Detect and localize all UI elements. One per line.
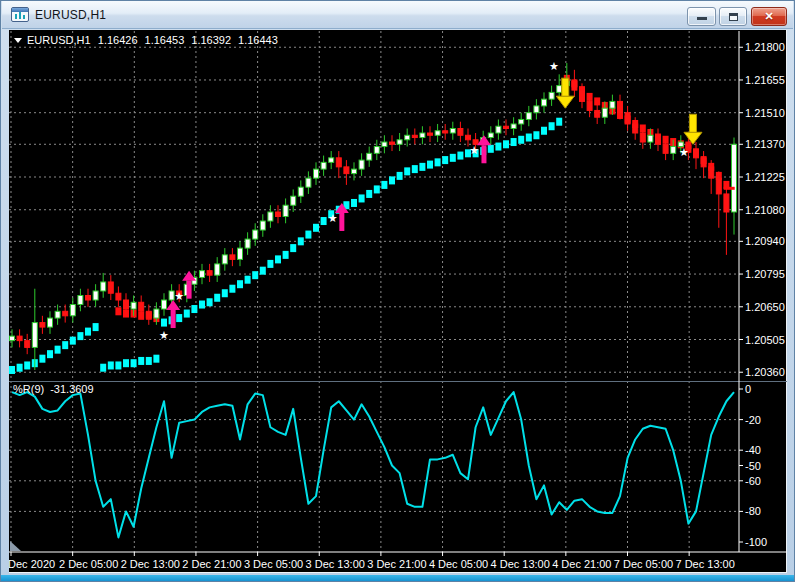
trend-dot (298, 237, 304, 245)
trend-dot (207, 298, 213, 306)
candle-bull (549, 92, 554, 99)
buy-arrow-icon (171, 310, 176, 328)
candle-bull (526, 113, 531, 120)
signal-star-icon: ★ (174, 290, 184, 302)
trend-dot (161, 319, 167, 327)
candle-bull (435, 131, 440, 136)
trend-dot (397, 172, 403, 180)
candle-bull (488, 133, 493, 138)
candle-bear (108, 282, 113, 293)
wpr-indicator-label: %R(9)-31.3609 (13, 383, 94, 395)
price-axis-label: 1.21655 (745, 74, 785, 86)
trend-dot (100, 364, 106, 372)
chart-canvas[interactable]: ★★★★★★ 1.218001.216551.215101.213701.212… (9, 30, 787, 573)
candle-bull (222, 255, 227, 264)
candle-bear (139, 302, 144, 311)
candle-bull (93, 291, 98, 300)
candle-bull (48, 318, 53, 327)
candle-bull (321, 162, 326, 169)
candle-bear (25, 341, 30, 348)
ohlc-symbol: EURUSD,H1 (27, 34, 90, 46)
trend-dot (313, 224, 319, 232)
trend-dot (518, 136, 524, 144)
trend-dot (457, 152, 463, 160)
trend-dot (412, 165, 418, 173)
price-axis-label: 1.20360 (745, 366, 785, 378)
candle-bear (466, 135, 471, 140)
signal-star-icon: ★ (159, 329, 169, 341)
trend-dot (214, 294, 220, 302)
candle-bull (648, 135, 653, 142)
trend-dot (427, 161, 433, 169)
time-axis-label: 3 Dec 21:00 (367, 558, 426, 570)
candle-bull (671, 147, 676, 154)
candle-bull (245, 239, 250, 248)
minimize-button[interactable] (687, 7, 716, 26)
candle-bear (40, 323, 45, 328)
ohlc-label: EURUSD,H11.164261.164531.163921.16443 (27, 34, 278, 46)
candle-bull (405, 135, 410, 140)
price-axis-label: 1.20650 (745, 301, 785, 313)
close-button[interactable]: ✕ (751, 7, 787, 26)
trend-dot (450, 154, 456, 162)
chart-window-icon (11, 7, 29, 22)
candle-bear (146, 311, 151, 318)
chart-window-icon-bar (23, 15, 25, 19)
wpr-name: %R(9) (13, 383, 44, 395)
candle-bear (17, 336, 22, 341)
candle-bull (382, 142, 387, 147)
trend-dot (24, 361, 30, 369)
restore-button[interactable] (719, 7, 747, 26)
trend-dot (275, 255, 281, 263)
wpr-axis-label: -20 (745, 414, 761, 426)
candle-bear (443, 131, 448, 133)
trend-dot (541, 127, 547, 135)
trend-dot (381, 181, 387, 189)
candle-bear (458, 128, 463, 135)
signal-star-icon: ★ (549, 60, 559, 72)
candle-bear (412, 135, 417, 137)
trend-dot (93, 323, 99, 331)
ohlc-open: 1.16426 (98, 34, 138, 46)
buy-arrow-icon (187, 281, 192, 299)
trend-dot (70, 337, 76, 345)
time-axis-label: 4 Dec 13:00 (491, 558, 550, 570)
trend-dot (191, 305, 197, 313)
wpr-axis-label: -80 (745, 505, 761, 517)
candle-bear (587, 101, 592, 110)
candle-bear (124, 300, 129, 309)
candle-bull (352, 169, 357, 174)
trend-dot (131, 359, 137, 367)
wpr-axis-label: -60 (745, 475, 761, 487)
trend-dot (526, 134, 532, 142)
window-title: EURUSD,H1 (35, 8, 106, 22)
trend-dot (305, 231, 311, 239)
candle-bull (306, 178, 311, 187)
candle-bull (154, 309, 159, 318)
trend-dot (184, 310, 190, 318)
candle-bear (504, 126, 509, 128)
wpr-line (12, 392, 734, 537)
trend-dot (290, 244, 296, 252)
candle-bear (716, 178, 721, 194)
window-titlebar[interactable]: EURUSD,H1 ✕ (2, 1, 793, 29)
time-axis-label: 4 Dec 05:00 (429, 558, 488, 570)
time-axis-label: 7 Dec 05:00 (614, 558, 673, 570)
trend-dot (62, 341, 68, 349)
restore-icon (729, 13, 738, 21)
candle-bull (314, 169, 319, 178)
trend-dot (55, 346, 61, 354)
trend-dot (321, 217, 327, 225)
candle-bear (86, 295, 91, 300)
candle-bull (298, 187, 303, 196)
candle-bear (640, 133, 645, 142)
candle-bull (534, 106, 539, 113)
trend-dot (435, 158, 441, 166)
candle-bear (428, 133, 433, 135)
candle-bear (625, 113, 630, 124)
candle-bear (344, 167, 349, 174)
trend-dot (123, 359, 129, 367)
wpr-value: -31.3609 (50, 383, 93, 395)
candle-bear (709, 167, 714, 178)
chart-client-area[interactable]: ★★★★★★ 1.218001.216551.215101.213701.212… (9, 30, 787, 573)
